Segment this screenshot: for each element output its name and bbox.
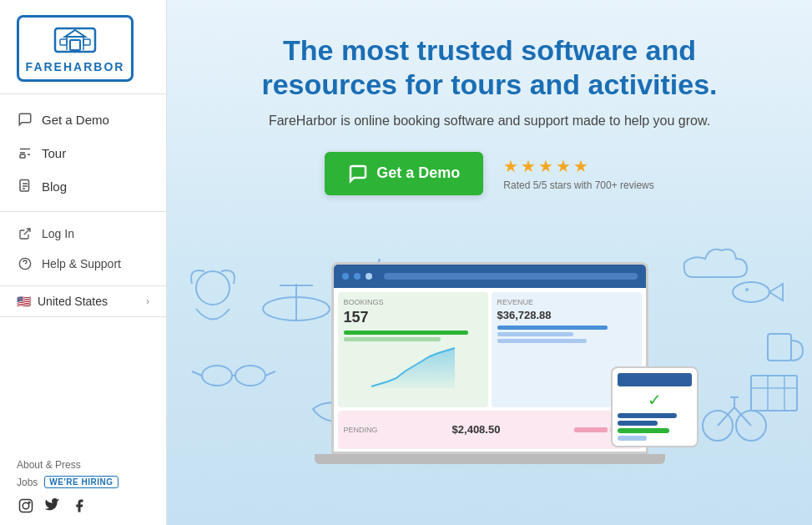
nav-tour-label: Tour [42, 146, 66, 160]
flag-icon: 🇺🇸 [17, 295, 31, 308]
logo-area: FAREHARBOR [0, 0, 166, 94]
star-1: ★ [503, 156, 518, 176]
document-icon [17, 178, 33, 194]
about-press-link[interactable]: About & Press [17, 459, 149, 471]
bottom-revenue: $2,408.50 [452, 423, 501, 436]
svg-point-36 [736, 411, 766, 441]
svg-point-31 [733, 282, 769, 302]
svg-rect-9 [20, 154, 25, 158]
layout-icon [17, 144, 33, 161]
main-heading: The most trusted software and resources … [223, 33, 757, 102]
nav-get-demo-label: Get a Demo [42, 113, 109, 127]
mobile-bars [618, 413, 692, 441]
laptop-screen: BOOKINGS 157 [331, 262, 648, 454]
svg-rect-2 [70, 40, 80, 50]
question-icon [17, 255, 33, 272]
get-demo-button[interactable]: Get a Demo [325, 152, 483, 195]
chat-icon [348, 164, 368, 184]
nav-get-demo[interactable]: Get a Demo [0, 103, 166, 136]
chat-icon [17, 111, 33, 128]
nav-blog[interactable]: Blog [0, 169, 166, 203]
svg-rect-3 [60, 39, 67, 45]
nav-help[interactable]: Help & Support [0, 249, 166, 279]
region-selector[interactable]: 🇺🇸 United States › [0, 286, 166, 317]
star-3: ★ [538, 156, 553, 176]
facebook-icon[interactable] [70, 497, 88, 515]
cta-row: Get a Demo ★ ★ ★ ★ ★ Rated 5/5 stars wit… [325, 152, 653, 195]
stat-number: 157 [344, 309, 482, 326]
jobs-label: Jobs [17, 477, 38, 488]
svg-point-19 [23, 502, 29, 509]
svg-point-21 [196, 271, 229, 305]
sidebar-footer: About & Press Jobs WE'RE HIRING [0, 449, 166, 525]
social-links [17, 497, 149, 515]
star-4: ★ [556, 156, 571, 176]
svg-rect-4 [83, 39, 90, 45]
svg-line-28 [192, 371, 202, 376]
svg-point-25 [202, 366, 232, 386]
svg-line-15 [24, 229, 30, 235]
rating-text: Rated 5/5 stars with 700+ reviews [503, 179, 653, 191]
nav-blog-label: Blog [42, 179, 67, 194]
stars: ★ ★ ★ ★ ★ [503, 156, 588, 176]
svg-point-20 [28, 502, 30, 503]
region-label: United States [38, 295, 108, 308]
logo[interactable]: FAREHARBOR [17, 15, 134, 82]
bottom-card: PENDING $2,408.50 [338, 411, 642, 449]
demo-btn-label: Get a Demo [376, 164, 460, 182]
nav-login[interactable]: Log In [0, 219, 166, 249]
main-subtext: FareHarbor is online booking software an… [269, 114, 710, 129]
instagram-icon[interactable] [17, 497, 35, 515]
dashboard-illustration: BOOKINGS 157 [256, 222, 724, 464]
checkmark-icon: ✓ [618, 390, 692, 410]
mobile-header [618, 373, 692, 386]
stat-card: BOOKINGS 157 [338, 292, 488, 408]
svg-rect-33 [768, 334, 791, 361]
main-content: The most trusted software and resources … [167, 0, 812, 525]
nav-help-label: Help & Support [42, 257, 121, 270]
hiring-badge[interactable]: WE'RE HIRING [44, 476, 118, 488]
revenue-amount: $36,728.88 [497, 309, 636, 321]
svg-point-32 [745, 288, 749, 291]
arrow-out-icon [17, 225, 33, 242]
logo-icon [53, 23, 97, 57]
nav-login-label: Log In [42, 227, 74, 240]
secondary-nav: Log In Help & Support [0, 212, 166, 286]
jobs-row: Jobs WE'RE HIRING [17, 476, 149, 488]
svg-marker-1 [65, 30, 85, 37]
primary-nav: Get a Demo Tour [0, 94, 166, 212]
star-5: ★ [573, 156, 588, 176]
mobile-card: ✓ [611, 366, 699, 447]
screen-header [334, 265, 646, 288]
rating-section: ★ ★ ★ ★ ★ Rated 5/5 stars with 700+ revi… [503, 156, 653, 191]
laptop-base [315, 454, 665, 464]
svg-rect-18 [20, 500, 33, 512]
sidebar: FAREHARBOR Get a Demo Tour [0, 0, 167, 525]
twitter-icon[interactable] [43, 497, 62, 515]
star-2: ★ [521, 156, 536, 176]
brand-name: FAREHARBOR [26, 60, 125, 73]
svg-rect-34 [751, 376, 797, 411]
chevron-right-icon: › [146, 295, 149, 307]
nav-tour[interactable]: Tour [0, 136, 166, 169]
